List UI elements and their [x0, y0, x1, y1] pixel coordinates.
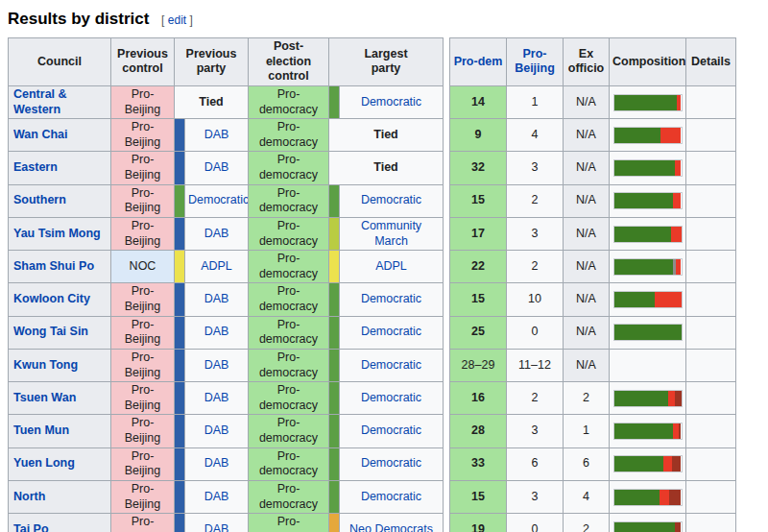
council-link[interactable]: Yau Tsim Mong	[13, 227, 101, 240]
largest-party-color-swatch	[329, 251, 340, 283]
previous-party-link[interactable]: DAB	[204, 490, 229, 503]
largest-party-color-swatch	[329, 480, 340, 513]
largest-party-link[interactable]: ADPL	[375, 259, 407, 273]
previous-party-link[interactable]: DAB	[204, 227, 229, 240]
council-link[interactable]: North	[13, 490, 45, 503]
council-link[interactable]: Tuen Mun	[13, 423, 69, 437]
largest-party-cell: Democratic	[340, 480, 444, 513]
largest-party-link[interactable]: Democratic	[361, 325, 421, 338]
largest-party-link[interactable]: Democratic	[361, 456, 421, 470]
previous-party-link[interactable]: DAB	[204, 325, 229, 338]
largest-party-link[interactable]: Democratic	[361, 95, 421, 109]
previous-party-link[interactable]: Democratic	[188, 193, 249, 206]
council-link[interactable]: Wan Chai	[13, 128, 67, 141]
previous-control-cell: Pro-Beijing	[111, 349, 175, 381]
largest-party-link[interactable]: Democratic	[361, 292, 421, 305]
largest-party-link[interactable]: Democratic	[361, 423, 421, 437]
composition-bar-segment-red	[675, 160, 681, 176]
previous-party-link[interactable]: DAB	[204, 358, 229, 372]
header-pro-dem[interactable]: Pro-dem	[450, 38, 507, 86]
ex-officio-count-cell: N/A	[564, 283, 610, 316]
table-row: EasternPro-BeijingDABPro-democracyTied32…	[9, 152, 736, 184]
post-election-control-cell: Pro-democracy	[249, 184, 329, 217]
pro-dem-count-cell: 15	[450, 480, 507, 513]
council-link[interactable]: Eastern	[13, 160, 58, 174]
ex-officio-count-cell: N/A	[564, 119, 610, 152]
council-link[interactable]: Kwun Tong	[13, 358, 78, 372]
largest-party-cell: Neo Democrats	[340, 514, 444, 532]
ex-officio-count-cell: 2	[564, 382, 610, 415]
largest-party-link[interactable]: Democratic	[361, 490, 421, 503]
pro-beijing-count-cell: 3	[507, 480, 564, 513]
council-link[interactable]: Yuen Long	[13, 456, 75, 470]
previous-party-color-swatch	[175, 119, 185, 152]
composition-cell	[610, 447, 686, 480]
edit-bracket-close: ]	[190, 13, 193, 27]
pro-beijing-count-cell: 2	[507, 382, 564, 415]
previous-tied-cell: Tied	[175, 85, 249, 118]
previous-party-color-swatch	[175, 217, 185, 250]
post-election-control-cell: Pro-democracy	[249, 283, 329, 316]
previous-party-link[interactable]: ADPL	[201, 259, 232, 273]
previous-party-color-swatch	[175, 184, 185, 217]
largest-party-cell: Democratic	[340, 184, 444, 217]
ex-officio-count-cell: N/A	[564, 349, 610, 381]
largest-party-link[interactable]: Neo Democrats	[349, 522, 433, 532]
previous-party-link[interactable]: DAB	[204, 292, 229, 305]
composition-bar-segment-red	[655, 292, 682, 307]
largest-party-link[interactable]: Community March	[361, 219, 421, 248]
composition-bar-segment-darkred	[675, 391, 682, 406]
previous-party-link[interactable]: DAB	[204, 522, 229, 532]
previous-party-color-swatch	[175, 283, 185, 316]
composition-bar-segment-darkred	[672, 456, 681, 472]
composition-cell	[610, 184, 686, 217]
largest-party-cell: Democratic	[340, 447, 444, 480]
largest-party-link[interactable]: Democratic	[361, 391, 421, 404]
header-link[interactable]: Pro- Beijing	[515, 47, 555, 76]
previous-party-color-swatch	[175, 480, 185, 513]
previous-party-link[interactable]: DAB	[204, 391, 229, 404]
composition-cell	[610, 251, 686, 283]
council-link[interactable]: Sham Shui Po	[13, 259, 94, 273]
pro-dem-count-cell: 33	[450, 447, 507, 480]
composition-bar	[613, 258, 683, 276]
post-election-control-cell: Pro-democracy	[249, 316, 329, 349]
council-link[interactable]: Tai Po	[13, 522, 49, 532]
edit-link[interactable]: edit	[168, 13, 186, 27]
post-election-control-cell: Pro-democracy	[249, 514, 329, 532]
header-composition: Composition	[610, 38, 686, 86]
largest-party-color-swatch	[329, 85, 340, 118]
post-election-control-cell: Pro-democracy	[249, 119, 329, 152]
composition-bar-segment-green	[614, 193, 674, 208]
pro-dem-count-cell: 28–29	[450, 349, 507, 381]
table-row: NorthPro-BeijingDABPro-democracyDemocrat…	[9, 480, 736, 513]
composition-bar-segment-red	[677, 95, 682, 110]
table-gap-spacer	[444, 152, 450, 184]
previous-party-link[interactable]: DAB	[204, 456, 229, 470]
header-pro-beijing[interactable]: Pro- Beijing	[507, 38, 564, 86]
previous-party-link[interactable]: DAB	[204, 128, 229, 141]
largest-party-color-swatch	[329, 349, 340, 381]
council-link[interactable]: Wong Tai Sin	[13, 325, 88, 338]
council-cell: Tai Po	[9, 514, 111, 532]
details-cell	[686, 447, 736, 480]
post-election-control-cell: Pro-democracy	[249, 447, 329, 480]
previous-party-link[interactable]: DAB	[204, 423, 229, 437]
header-details: Details	[686, 38, 736, 86]
largest-party-color-swatch	[329, 382, 340, 415]
header-row: CouncilPrevious controlPrevious partyPos…	[9, 38, 736, 86]
council-link[interactable]: Tsuen Wan	[13, 391, 76, 404]
previous-party-cell: DAB	[185, 283, 249, 316]
largest-party-color-swatch	[329, 316, 340, 349]
previous-party-link[interactable]: DAB	[204, 160, 229, 174]
council-link[interactable]: Kowloon City	[13, 292, 90, 305]
largest-party-link[interactable]: Democratic	[361, 193, 421, 206]
composition-bar-segment-red	[668, 391, 675, 406]
header-link[interactable]: Pro-dem	[454, 55, 503, 68]
composition-bar	[613, 489, 683, 506]
council-link[interactable]: Central & Western	[13, 87, 67, 116]
largest-party-color-swatch	[329, 415, 340, 447]
council-link[interactable]: Southern	[13, 193, 66, 206]
largest-party-link[interactable]: Democratic	[361, 358, 421, 372]
composition-cell	[610, 349, 686, 381]
